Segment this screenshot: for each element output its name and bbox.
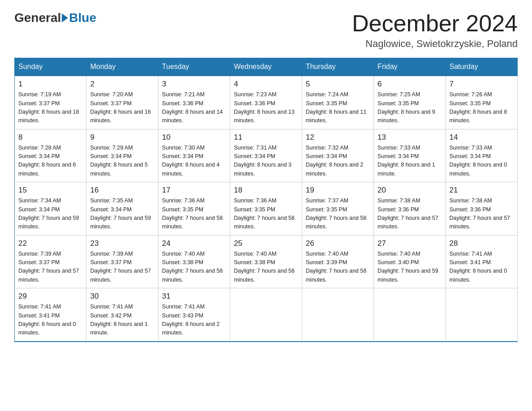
day-number: 5 (306, 80, 370, 89)
day-info: Sunrise: 7:31 AM Sunset: 3:34 PM Dayligh… (234, 144, 298, 179)
header-thursday: Thursday (302, 58, 373, 76)
logo-general-text: General (14, 11, 61, 25)
table-row: 8 Sunrise: 7:28 AM Sunset: 3:34 PM Dayli… (15, 129, 86, 182)
day-number: 26 (306, 239, 370, 248)
header-wednesday: Wednesday (230, 58, 302, 76)
table-row: 24 Sunrise: 7:40 AM Sunset: 3:38 PM Dayl… (158, 235, 230, 288)
table-row: 26 Sunrise: 7:40 AM Sunset: 3:39 PM Dayl… (302, 235, 373, 288)
day-info: Sunrise: 7:38 AM Sunset: 3:36 PM Dayligh… (378, 197, 442, 231)
day-number: 15 (18, 186, 82, 195)
day-number: 18 (234, 186, 298, 195)
day-info: Sunrise: 7:40 AM Sunset: 3:38 PM Dayligh… (162, 250, 226, 285)
day-number: 6 (378, 80, 442, 89)
day-info: Sunrise: 7:35 AM Sunset: 3:34 PM Dayligh… (90, 197, 154, 231)
day-info: Sunrise: 7:36 AM Sunset: 3:35 PM Dayligh… (162, 197, 226, 231)
header-friday: Friday (374, 58, 446, 76)
day-number: 31 (162, 292, 226, 301)
table-row: 3 Sunrise: 7:21 AM Sunset: 3:36 PM Dayli… (158, 76, 230, 129)
table-row: 2 Sunrise: 7:20 AM Sunset: 3:37 PM Dayli… (86, 76, 158, 129)
table-row: 10 Sunrise: 7:30 AM Sunset: 3:34 PM Dayl… (158, 129, 230, 182)
day-number: 2 (90, 80, 154, 89)
day-info: Sunrise: 7:38 AM Sunset: 3:36 PM Dayligh… (450, 197, 514, 231)
day-number: 1 (18, 80, 82, 89)
day-number: 30 (90, 292, 154, 301)
table-row: 13 Sunrise: 7:33 AM Sunset: 3:34 PM Dayl… (374, 129, 446, 182)
day-number: 25 (234, 239, 298, 248)
table-row (230, 288, 302, 342)
table-row: 20 Sunrise: 7:38 AM Sunset: 3:36 PM Dayl… (374, 182, 446, 235)
day-info: Sunrise: 7:25 AM Sunset: 3:35 PM Dayligh… (378, 90, 442, 125)
calendar-week-row: 22 Sunrise: 7:39 AM Sunset: 3:37 PM Dayl… (15, 235, 518, 288)
day-info: Sunrise: 7:29 AM Sunset: 3:34 PM Dayligh… (90, 144, 154, 179)
header: General Blue December 2024 Naglowice, Sw… (14, 11, 518, 50)
table-row: 21 Sunrise: 7:38 AM Sunset: 3:36 PM Dayl… (446, 182, 517, 235)
day-info: Sunrise: 7:30 AM Sunset: 3:34 PM Dayligh… (162, 144, 226, 179)
day-number: 21 (450, 186, 514, 195)
logo-arrow-icon (62, 13, 68, 22)
calendar-week-row: 29 Sunrise: 7:41 AM Sunset: 3:41 PM Dayl… (15, 288, 518, 342)
day-info: Sunrise: 7:32 AM Sunset: 3:34 PM Dayligh… (306, 144, 370, 179)
day-header-row: Sunday Monday Tuesday Wednesday Thursday… (15, 58, 518, 76)
header-monday: Monday (86, 58, 158, 76)
table-row: 15 Sunrise: 7:34 AM Sunset: 3:34 PM Dayl… (15, 182, 86, 235)
table-row (446, 288, 517, 342)
day-number: 27 (378, 239, 442, 248)
table-row: 6 Sunrise: 7:25 AM Sunset: 3:35 PM Dayli… (374, 76, 446, 129)
header-sunday: Sunday (15, 58, 86, 76)
day-info: Sunrise: 7:40 AM Sunset: 3:39 PM Dayligh… (306, 250, 370, 285)
day-number: 7 (450, 80, 514, 89)
day-number: 9 (90, 133, 154, 142)
day-number: 29 (18, 292, 82, 301)
day-number: 23 (90, 239, 154, 248)
calendar-week-row: 15 Sunrise: 7:34 AM Sunset: 3:34 PM Dayl… (15, 182, 518, 235)
table-row: 19 Sunrise: 7:37 AM Sunset: 3:35 PM Dayl… (302, 182, 373, 235)
day-info: Sunrise: 7:33 AM Sunset: 3:34 PM Dayligh… (378, 144, 442, 179)
table-row: 7 Sunrise: 7:26 AM Sunset: 3:35 PM Dayli… (446, 76, 517, 129)
day-number: 17 (162, 186, 226, 195)
table-row: 4 Sunrise: 7:23 AM Sunset: 3:36 PM Dayli… (230, 76, 302, 129)
logo-blue-text: Blue (69, 11, 96, 25)
month-title: December 2024 (352, 11, 518, 36)
day-info: Sunrise: 7:28 AM Sunset: 3:34 PM Dayligh… (18, 144, 82, 179)
header-tuesday: Tuesday (158, 58, 230, 76)
day-number: 19 (306, 186, 370, 195)
day-info: Sunrise: 7:40 AM Sunset: 3:38 PM Dayligh… (234, 250, 298, 285)
day-info: Sunrise: 7:21 AM Sunset: 3:36 PM Dayligh… (162, 90, 226, 125)
day-info: Sunrise: 7:33 AM Sunset: 3:34 PM Dayligh… (450, 144, 514, 179)
day-info: Sunrise: 7:19 AM Sunset: 3:37 PM Dayligh… (18, 90, 82, 125)
logo-area: General Blue (14, 11, 96, 25)
table-row: 23 Sunrise: 7:39 AM Sunset: 3:37 PM Dayl… (86, 235, 158, 288)
day-number: 12 (306, 133, 370, 142)
title-area: December 2024 Naglowice, Swietokrzyskie,… (352, 11, 518, 50)
table-row: 25 Sunrise: 7:40 AM Sunset: 3:38 PM Dayl… (230, 235, 302, 288)
table-row: 16 Sunrise: 7:35 AM Sunset: 3:34 PM Dayl… (86, 182, 158, 235)
table-row: 5 Sunrise: 7:24 AM Sunset: 3:35 PM Dayli… (302, 76, 373, 129)
day-info: Sunrise: 7:36 AM Sunset: 3:35 PM Dayligh… (234, 197, 298, 231)
table-row: 31 Sunrise: 7:41 AM Sunset: 3:43 PM Dayl… (158, 288, 230, 342)
day-number: 16 (90, 186, 154, 195)
table-row: 27 Sunrise: 7:40 AM Sunset: 3:40 PM Dayl… (374, 235, 446, 288)
table-row (302, 288, 373, 342)
table-row: 28 Sunrise: 7:41 AM Sunset: 3:41 PM Dayl… (446, 235, 517, 288)
day-info: Sunrise: 7:40 AM Sunset: 3:40 PM Dayligh… (378, 250, 442, 285)
table-row: 1 Sunrise: 7:19 AM Sunset: 3:37 PM Dayli… (15, 76, 86, 129)
day-number: 28 (450, 239, 514, 248)
day-info: Sunrise: 7:41 AM Sunset: 3:42 PM Dayligh… (90, 303, 154, 338)
day-info: Sunrise: 7:24 AM Sunset: 3:35 PM Dayligh… (306, 90, 370, 125)
day-info: Sunrise: 7:37 AM Sunset: 3:35 PM Dayligh… (306, 197, 370, 231)
day-number: 22 (18, 239, 82, 248)
table-row: 9 Sunrise: 7:29 AM Sunset: 3:34 PM Dayli… (86, 129, 158, 182)
day-info: Sunrise: 7:39 AM Sunset: 3:37 PM Dayligh… (18, 250, 82, 285)
table-row: 12 Sunrise: 7:32 AM Sunset: 3:34 PM Dayl… (302, 129, 373, 182)
day-number: 11 (234, 133, 298, 142)
day-info: Sunrise: 7:26 AM Sunset: 3:35 PM Dayligh… (450, 90, 514, 125)
day-number: 24 (162, 239, 226, 248)
day-number: 13 (378, 133, 442, 142)
calendar-table: Sunday Monday Tuesday Wednesday Thursday… (14, 58, 518, 342)
day-info: Sunrise: 7:39 AM Sunset: 3:37 PM Dayligh… (90, 250, 154, 285)
day-number: 14 (450, 133, 514, 142)
table-row: 17 Sunrise: 7:36 AM Sunset: 3:35 PM Dayl… (158, 182, 230, 235)
header-saturday: Saturday (446, 58, 517, 76)
table-row: 14 Sunrise: 7:33 AM Sunset: 3:34 PM Dayl… (446, 129, 517, 182)
day-info: Sunrise: 7:23 AM Sunset: 3:36 PM Dayligh… (234, 90, 298, 125)
